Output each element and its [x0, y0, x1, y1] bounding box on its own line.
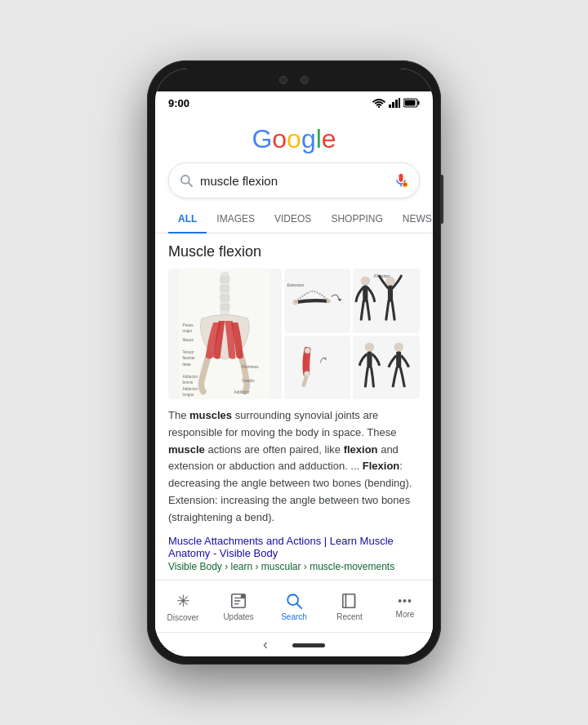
- svg-text:Iliacus: Iliacus: [183, 338, 194, 342]
- result-breadcrumb: Visible Body › learn › muscular › muscle…: [168, 561, 420, 572]
- svg-point-44: [386, 277, 394, 285]
- svg-text:Tensor: Tensor: [183, 350, 195, 354]
- back-arrow-icon[interactable]: ‹: [263, 636, 268, 652]
- wifi-icon: [372, 98, 385, 108]
- svg-text:Adductor: Adductor: [234, 390, 250, 394]
- tab-all[interactable]: ALL: [168, 205, 207, 233]
- svg-rect-2: [392, 102, 394, 108]
- discover-icon: ✳: [176, 591, 190, 611]
- camera-left: [279, 76, 287, 84]
- tab-shopping[interactable]: SHOPPING: [321, 205, 392, 233]
- svg-text:latae: latae: [183, 362, 192, 367]
- nav-recent[interactable]: Recent: [322, 592, 377, 621]
- nav-discover-label: Discover: [167, 613, 199, 622]
- svg-text:Adductor: Adductor: [183, 375, 198, 379]
- screen-content: Google muscle flexion: [155, 114, 433, 656]
- svg-rect-48: [368, 352, 372, 368]
- search-bar[interactable]: muscle flexion: [168, 162, 420, 198]
- nav-more-label: More: [396, 610, 415, 619]
- signal-icon: [389, 98, 400, 108]
- svg-point-33: [292, 300, 298, 305]
- microphone-icon[interactable]: [393, 172, 409, 189]
- svg-rect-36: [284, 346, 351, 388]
- bottom-nav: ✳ Discover Updates Search: [155, 580, 433, 632]
- nav-discover[interactable]: ✳ Discover: [155, 591, 211, 622]
- nav-updates-label: Updates: [223, 612, 253, 621]
- image-column-2: Flexion: [353, 269, 420, 399]
- main-anatomy-image[interactable]: Psoas major Iliacus Tensor fasciae latae…: [168, 269, 282, 399]
- svg-point-52: [241, 594, 246, 598]
- svg-rect-16: [220, 295, 229, 301]
- svg-point-34: [326, 299, 330, 303]
- tab-videos[interactable]: VIDEOS: [265, 205, 321, 233]
- svg-point-0: [378, 106, 380, 108]
- tab-news[interactable]: NEWS: [393, 205, 433, 233]
- result-link[interactable]: Muscle Attachments and Actions | Learn M…: [168, 535, 420, 559]
- svg-rect-4: [399, 98, 400, 108]
- updates-icon: [229, 592, 247, 610]
- camera-right: [301, 76, 309, 84]
- search-tabs: ALL IMAGES VIDEOS SHOPPING NEWS M: [155, 205, 433, 234]
- google-header: Google muscle flexion: [155, 114, 433, 205]
- nav-search[interactable]: Search: [266, 592, 322, 621]
- nav-search-label: Search: [281, 612, 307, 621]
- svg-rect-7: [405, 100, 416, 106]
- extension-svg: Extension: [284, 280, 351, 322]
- svg-text:longus: longus: [183, 393, 194, 397]
- status-bar: 9:00: [155, 91, 433, 114]
- knee-flexion-image[interactable]: [284, 336, 351, 400]
- body-figures-svg: Flexion: [353, 269, 420, 332]
- svg-rect-15: [220, 286, 229, 292]
- svg-rect-6: [418, 101, 420, 105]
- svg-point-11: [403, 183, 407, 186]
- nav-updates[interactable]: Updates: [211, 592, 266, 621]
- status-icons: [372, 98, 420, 108]
- extension-image[interactable]: Extension: [284, 269, 351, 333]
- svg-point-42: [362, 277, 370, 285]
- more-icon: •••: [398, 594, 412, 607]
- svg-line-54: [296, 603, 301, 608]
- svg-text:fasciae: fasciae: [183, 356, 195, 360]
- svg-rect-17: [220, 304, 229, 310]
- svg-rect-56: [345, 594, 354, 607]
- body-figures-2-image[interactable]: [353, 336, 420, 400]
- tab-images[interactable]: IMAGES: [207, 205, 265, 233]
- nav-recent-label: Recent: [336, 612, 363, 621]
- body-figures-2-svg: [353, 336, 420, 398]
- card-description: The muscles surrounding synovial joints …: [168, 407, 420, 527]
- results-area[interactable]: Muscle flexion: [155, 234, 433, 580]
- nav-more[interactable]: ••• More: [377, 594, 433, 619]
- search-query: muscle flexion: [194, 174, 393, 188]
- search-icon: [179, 173, 194, 188]
- svg-rect-1: [389, 105, 391, 108]
- card-title: Muscle flexion: [168, 243, 420, 260]
- status-time: 9:00: [168, 97, 189, 109]
- svg-text:Psoas: Psoas: [183, 323, 194, 327]
- body-figures-image[interactable]: Flexion: [353, 269, 420, 333]
- camera-bar: [155, 69, 433, 91]
- side-button: [441, 175, 443, 224]
- phone-screen: 9:00: [155, 69, 433, 656]
- svg-rect-50: [396, 352, 401, 368]
- svg-point-8: [181, 176, 189, 184]
- knee-svg: [284, 346, 351, 388]
- svg-text:Gracilis: Gracilis: [242, 379, 255, 383]
- google-logo: Google: [252, 124, 336, 154]
- hip-anatomy-svg: Psoas major Iliacus Tensor fasciae latae…: [168, 269, 282, 399]
- recent-icon: [341, 592, 359, 610]
- svg-rect-14: [220, 276, 229, 282]
- image-grid: Psoas major Iliacus Tensor fasciae latae…: [168, 269, 420, 399]
- phone-frame: 9:00: [147, 60, 441, 665]
- battery-icon: [403, 98, 420, 108]
- svg-point-49: [394, 344, 403, 352]
- image-column: Extension: [284, 269, 351, 399]
- search-nav-icon: [285, 592, 303, 610]
- svg-rect-3: [395, 100, 398, 108]
- home-pill[interactable]: [292, 643, 325, 647]
- svg-point-38: [305, 348, 310, 354]
- svg-text:brevis: brevis: [183, 380, 194, 385]
- knowledge-card: Muscle flexion: [155, 234, 433, 580]
- svg-text:Adductor: Adductor: [183, 387, 198, 391]
- svg-line-9: [189, 183, 193, 187]
- back-bar: ‹: [155, 632, 433, 656]
